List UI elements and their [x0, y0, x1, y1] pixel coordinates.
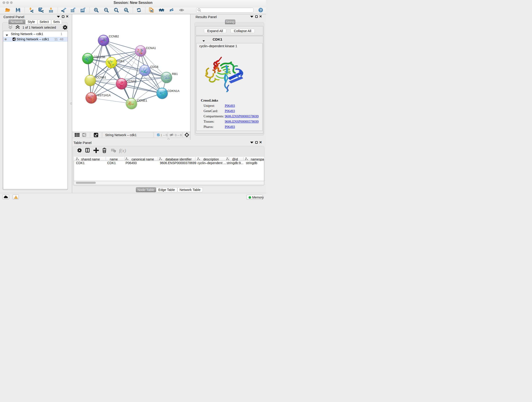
- svg-text:CDC6: CDC6: [150, 65, 158, 69]
- svg-text:HIST1H1A: HIST1H1A: [96, 93, 111, 97]
- svg-text:CCNA2: CCNA2: [127, 80, 137, 83]
- svg-text:1 – 0: 1 – 0: [161, 133, 167, 137]
- svg-text:CDC25B: CDC25B: [94, 55, 105, 58]
- svg-text:CCNE1: CCNE1: [137, 99, 147, 102]
- svg-text:CCNA1: CCNA1: [146, 46, 156, 50]
- svg-text:f(x): f(x): [119, 148, 126, 153]
- svg-text:?: ?: [260, 8, 262, 12]
- svg-text:0 – 0: 0 – 0: [175, 133, 182, 137]
- svg-text:RB1: RB1: [172, 72, 178, 75]
- svg-text:CCNB1: CCNB1: [96, 76, 106, 79]
- svg-text:CDK1: CDK1: [117, 59, 125, 63]
- svg-text:String Network – cdk1: String Network – cdk1: [105, 133, 137, 137]
- svg-text:CCNB2: CCNB2: [109, 35, 119, 38]
- svg-text:CDKN1A: CDKN1A: [167, 89, 180, 93]
